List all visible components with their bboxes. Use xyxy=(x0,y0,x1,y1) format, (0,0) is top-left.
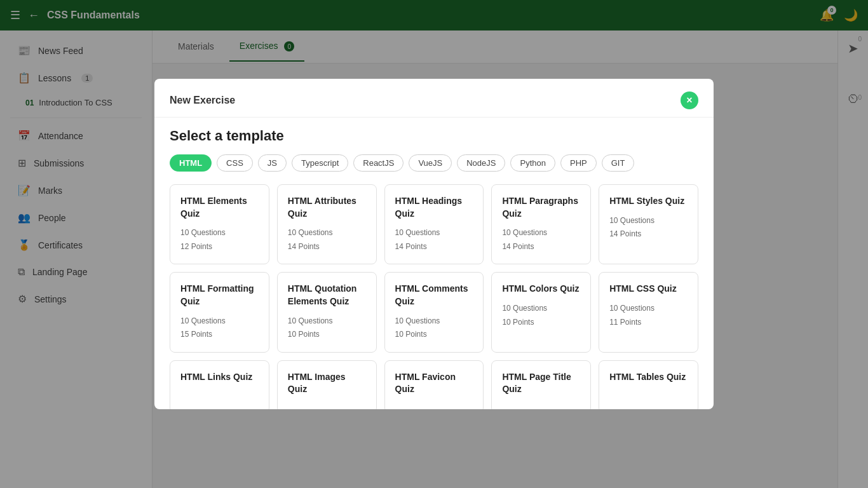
quiz-card-title: HTML Links Quiz xyxy=(180,371,259,384)
modal-body[interactable]: Select a template HTMLCSSJSTypescriptRea… xyxy=(154,118,714,409)
quiz-card-title: HTML Tables Quiz xyxy=(609,371,688,384)
quiz-card-meta: 10 Questions14 Points xyxy=(609,214,688,241)
quiz-card-meta: 10 Questions14 Points xyxy=(395,226,473,254)
select-template-title: Select a template xyxy=(170,128,698,144)
quiz-card-html-styles[interactable]: HTML Styles Quiz10 Questions14 Points xyxy=(599,184,698,264)
quiz-card-title: HTML Quotation Elements Quiz xyxy=(288,283,366,308)
filter-chip-nodejs[interactable]: NodeJS xyxy=(457,154,505,172)
filter-chip-php[interactable]: PHP xyxy=(560,154,597,172)
quiz-card-title: HTML Images Quiz xyxy=(288,371,366,396)
quiz-card-html-attributes[interactable]: HTML Attributes Quiz10 Questions14 Point… xyxy=(277,184,377,264)
quiz-card-html-images[interactable]: HTML Images Quiz xyxy=(277,360,377,409)
quiz-card-meta: 10 Questions10 Points xyxy=(395,315,473,342)
modal-title: New Exercise xyxy=(170,95,235,106)
filter-chip-css[interactable]: CSS xyxy=(217,154,253,172)
quiz-card-html-favicon[interactable]: HTML Favicon Quiz xyxy=(384,360,484,409)
quiz-card-meta: 10 Questions10 Points xyxy=(288,315,366,342)
quiz-card-title: HTML Elements Quiz xyxy=(180,195,259,220)
quiz-card-meta: 10 Questions14 Points xyxy=(502,226,580,254)
filter-chip-reactjs[interactable]: ReactJS xyxy=(353,154,403,172)
filter-chips: HTMLCSSJSTypescriptReactJSVueJSNodeJSPyt… xyxy=(170,154,698,172)
quiz-card-title: HTML Favicon Quiz xyxy=(395,371,473,396)
quiz-card-html-links[interactable]: HTML Links Quiz xyxy=(170,360,269,409)
modal-overlay[interactable]: New Exercise × Select a template HTMLCSS… xyxy=(0,0,868,488)
cards-grid: HTML Elements Quiz10 Questions12 PointsH… xyxy=(170,184,698,409)
quiz-card-title: HTML Paragraphs Quiz xyxy=(502,195,580,220)
quiz-card-title: HTML Colors Quiz xyxy=(502,283,580,295)
quiz-card-title: HTML Attributes Quiz xyxy=(288,195,366,220)
filter-chip-python[interactable]: Python xyxy=(510,154,555,172)
quiz-card-title: HTML Headings Quiz xyxy=(395,195,473,220)
quiz-card-meta: 10 Questions11 Points xyxy=(609,302,688,329)
modal-close-button[interactable]: × xyxy=(681,92,698,109)
quiz-card-html-paragraphs[interactable]: HTML Paragraphs Quiz10 Questions14 Point… xyxy=(491,184,591,264)
quiz-card-meta: 10 Questions12 Points xyxy=(180,226,259,254)
quiz-card-html-tables[interactable]: HTML Tables Quiz xyxy=(599,360,698,409)
quiz-card-html-elements[interactable]: HTML Elements Quiz10 Questions12 Points xyxy=(170,184,269,264)
filter-chip-js[interactable]: JS xyxy=(258,154,287,172)
quiz-card-title: HTML CSS Quiz xyxy=(609,283,688,295)
quiz-card-html-css[interactable]: HTML CSS Quiz10 Questions11 Points xyxy=(599,272,698,352)
modal-header: New Exercise × xyxy=(154,79,714,118)
quiz-card-title: HTML Page Title Quiz xyxy=(502,371,580,396)
quiz-card-meta: 10 Questions10 Points xyxy=(502,302,580,329)
filter-chip-git[interactable]: GIT xyxy=(602,154,635,172)
quiz-card-title: HTML Formatting Quiz xyxy=(180,283,259,308)
quiz-card-html-comments[interactable]: HTML Comments Quiz10 Questions10 Points xyxy=(384,272,484,352)
quiz-card-meta: 10 Questions14 Points xyxy=(288,226,366,254)
quiz-card-html-colors[interactable]: HTML Colors Quiz10 Questions10 Points xyxy=(491,272,591,352)
quiz-card-html-headings[interactable]: HTML Headings Quiz10 Questions14 Points xyxy=(384,184,484,264)
new-exercise-modal: New Exercise × Select a template HTMLCSS… xyxy=(154,79,714,409)
quiz-card-title: HTML Comments Quiz xyxy=(395,283,473,308)
filter-chip-vuejs[interactable]: VueJS xyxy=(409,154,452,172)
quiz-card-html-quotation[interactable]: HTML Quotation Elements Quiz10 Questions… xyxy=(277,272,377,352)
filter-chip-typescript[interactable]: Typescript xyxy=(292,154,348,172)
quiz-card-meta: 10 Questions15 Points xyxy=(180,315,259,342)
filter-chip-html[interactable]: HTML xyxy=(170,154,212,172)
quiz-card-html-page-title[interactable]: HTML Page Title Quiz xyxy=(491,360,591,409)
quiz-card-title: HTML Styles Quiz xyxy=(609,195,688,208)
quiz-card-html-formatting[interactable]: HTML Formatting Quiz10 Questions15 Point… xyxy=(170,272,269,352)
